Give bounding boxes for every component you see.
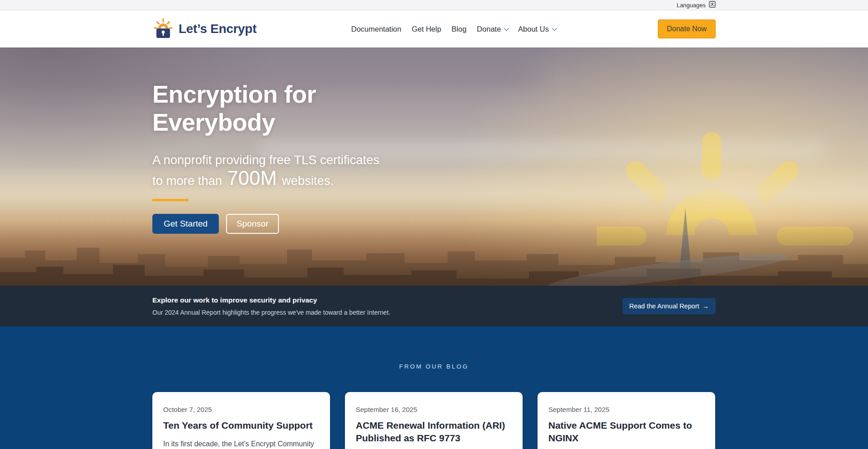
post-title-link[interactable]: Native ACME Support Comes to NGINX	[548, 419, 704, 444]
hero-subtitle: A nonprofit providing free TLS certifica…	[152, 151, 716, 189]
nav-donate[interactable]: Donate	[477, 25, 508, 33]
post-title-link[interactable]: ACME Renewal Information (ARI) Published…	[356, 419, 512, 444]
hero-section: Encryption for Everybody A nonprofit pro…	[0, 47, 868, 286]
translate-icon	[709, 1, 716, 9]
banner-text-block: Explore our work to improve security and…	[152, 296, 390, 316]
blog-section: FROM OUR BLOG October 7, 2025 Ten Years …	[0, 326, 868, 449]
chevron-down-icon	[552, 26, 557, 31]
annual-report-banner: Explore our work to improve security and…	[0, 286, 868, 326]
main-nav: Documentation Get Help Blog Donate About…	[351, 25, 556, 33]
nav-about-us[interactable]: About Us	[518, 25, 556, 33]
nav-get-help[interactable]: Get Help	[412, 25, 441, 33]
banner-title: Explore our work to improve security and…	[152, 296, 390, 304]
post-title-link[interactable]: Ten Years of Community Support	[163, 419, 319, 432]
hero-title: Encryption for Everybody	[152, 80, 716, 136]
arrow-right-icon: →	[703, 302, 709, 310]
nav-documentation[interactable]: Documentation	[351, 25, 401, 33]
get-started-button[interactable]: Get Started	[152, 214, 219, 234]
site-header: Let’s Encrypt Documentation Get Help Blo…	[0, 10, 868, 47]
post-date: October 7, 2025	[163, 406, 319, 413]
languages-link[interactable]: Languages	[677, 1, 716, 9]
banner-subtitle: Our 2024 Annual Report highlights the pr…	[152, 309, 390, 316]
chevron-down-icon	[504, 26, 509, 31]
donate-now-button[interactable]: Donate Now	[658, 19, 716, 38]
blog-section-label: FROM OUR BLOG	[0, 326, 868, 370]
post-date: September 11, 2025	[548, 406, 704, 413]
top-strip: Languages	[0, 0, 868, 10]
letsencrypt-sun-lock-icon	[152, 17, 174, 41]
languages-label: Languages	[677, 2, 706, 9]
blog-card[interactable]: September 11, 2025 Native ACME Support C…	[538, 392, 715, 449]
post-date: September 16, 2025	[356, 406, 512, 413]
sponsor-button[interactable]: Sponsor	[226, 214, 279, 234]
nav-blog[interactable]: Blog	[452, 25, 467, 33]
read-annual-report-button[interactable]: Read the Annual Report →	[623, 298, 716, 314]
post-excerpt: In its first decade, the Let's Encrypt C…	[163, 439, 319, 449]
blog-card[interactable]: October 7, 2025 Ten Years of Community S…	[152, 392, 330, 449]
brand-name: Let’s Encrypt	[179, 22, 256, 36]
accent-divider	[152, 199, 189, 201]
brand-logo[interactable]: Let’s Encrypt	[152, 17, 256, 41]
websites-count: 700M	[227, 167, 277, 189]
blog-card[interactable]: September 16, 2025 ACME Renewal Informat…	[345, 392, 523, 449]
